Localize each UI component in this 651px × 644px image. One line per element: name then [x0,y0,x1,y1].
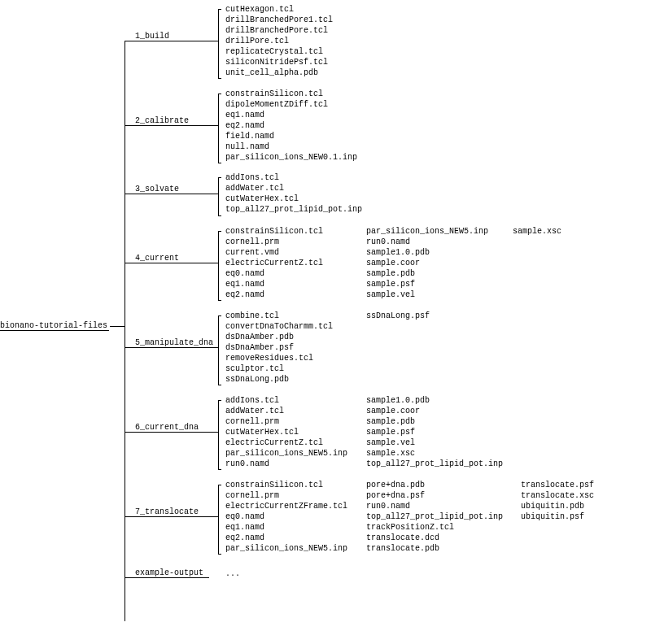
bracket [218,554,221,555]
file-list: constrainSilicon.tclcornell.prmcurrent.v… [225,226,323,300]
root-label: bionano-tutorial-files [0,321,107,330]
file-entry: translocate.xsc [521,490,594,501]
underline [135,347,213,348]
bracket [218,315,221,316]
file-entry: run0.namd [366,237,488,247]
file-entry: electricCurrentZFrame.tcl [225,501,347,511]
bracket [218,94,221,94]
file-list: pore+dna.pdbpore+dna.psfrun0.namdtop_all… [366,480,503,554]
file-entry: removeResidues.tcl [225,353,333,363]
file-list: par_silicon_ions_NEW5.inprun0.namdsample… [366,226,488,300]
underline [135,263,179,263]
bracket [218,400,221,401]
file-entry: trackPositionZ.tcl [366,522,503,533]
file-entry: ubiquitin.pdb [521,501,594,511]
bracket [218,485,221,485]
connector [110,326,125,327]
file-entry: top_all27_prot_lipid_pot.inp [366,459,503,469]
file-entry: pore+dna.pdb [366,480,503,490]
file-entry: sample.psf [366,427,503,437]
file-entry: field.namd [225,131,357,141]
bracket [218,9,221,10]
directory-tree-diagram: bionano-tutorial-files 1_build cutHexago… [0,0,651,644]
dir-label: 7_translocate [135,507,199,516]
bracket [218,9,219,78]
file-entry: cornell.prm [225,490,347,501]
file-entry: null.namd [225,141,357,152]
bracket [218,215,221,216]
file-list: ssDnaLong.psf [366,311,430,321]
file-entry: sample.xsc [366,448,503,459]
file-list: translocate.psftranslocate.xscubiquitin.… [521,480,594,522]
bracket [218,177,221,178]
file-entry: dsDnaAmber.pdb [225,332,333,342]
file-entry: cutWaterHex.tcl [225,427,347,437]
file-entry: addWater.tcl [225,183,362,194]
file-entry: eq2.namd [225,533,347,543]
file-entry: constrainSilicon.tcl [225,480,347,490]
file-list: sample.xsc [513,226,561,237]
file-entry: electricCurrentZ.tcl [225,258,323,268]
file-entry: addIons.tcl [225,395,347,406]
file-entry: addIons.tcl [225,172,362,183]
file-entry: dipoleMomentZDiff.tcl [225,99,357,110]
file-entry: sample.xsc [513,226,561,237]
underline [135,577,203,578]
file-entry: translocate.psf [521,480,594,490]
file-list: constrainSilicon.tcldipoleMomentZDiff.tc… [225,89,357,163]
file-entry: ssDnaLong.psf [366,311,430,321]
file-entry: run0.namd [225,459,347,469]
underline [135,41,169,41]
file-entry: sample.psf [366,279,488,289]
file-entry: dsDnaAmber.psf [225,342,333,353]
file-entry: par_silicon_ions_NEW5.inp [366,226,488,237]
file-entry: run0.namd [366,501,503,511]
dir-label: 3_solvate [135,185,179,194]
file-entry: current.vmd [225,247,323,258]
file-list: cutHexagon.tcldrillBranchedPore1.tcldril… [225,4,333,78]
file-entry: constrainSilicon.tcl [225,89,357,99]
file-entry: sculptor.tcl [225,363,333,374]
file-entry: cutWaterHex.tcl [225,194,362,204]
file-entry: ssDnaLong.pdb [225,374,333,385]
file-entry: par_silicon_ions_NEW5.inp [225,543,347,554]
file-entry: combine.tcl [225,311,333,321]
file-entry: sample.coor [366,406,503,416]
file-entry: sample.coor [366,258,488,268]
file-entry: convertDnaToCharmm.tcl [225,321,333,332]
file-entry: sample.vel [366,289,488,300]
bracket [218,163,221,163]
file-entry: eq0.namd [225,511,347,522]
file-list: sample1.0.pdbsample.coorsample.pdbsample… [366,395,503,469]
bracket [218,231,219,300]
dir-label: 5_manipulate_dna [135,338,213,347]
bracket [218,385,221,385]
file-entry: eq2.namd [225,120,357,131]
file-entry: ... [225,568,240,579]
bracket [218,78,221,79]
dir-label: 1_build [135,32,169,41]
file-entry: drillPore.tcl [225,36,333,46]
dir-label: 4_current [135,254,179,263]
file-entry: sample1.0.pdb [366,395,503,406]
file-entry: sample.pdb [366,416,503,427]
file-entry: constrainSilicon.tcl [225,226,323,237]
file-entry: translocate.pdb [366,543,503,554]
file-entry: sample.vel [366,437,503,448]
file-list: constrainSilicon.tclcornell.prmelectricC… [225,480,347,554]
file-entry: top_all27_prot_lipid_pot.inp [366,511,503,522]
bracket [218,177,219,215]
file-entry: translocate.dcd [366,533,503,543]
file-list: combine.tclconvertDnaToCharmm.tcldsDnaAm… [225,311,333,385]
file-entry: top_all27_prot_lipid_pot.inp [225,204,362,215]
file-entry: cutHexagon.tcl [225,4,333,15]
underline [0,330,109,331]
file-entry: electricCurrentZ.tcl [225,437,347,448]
bracket [218,315,219,385]
file-entry: sample.pdb [366,268,488,279]
file-list: ... [225,568,240,579]
dir-label: example-output [135,568,203,577]
dir-label: 6_current_dna [135,423,199,432]
file-entry: eq2.namd [225,289,323,300]
file-entry: sample1.0.pdb [366,247,488,258]
